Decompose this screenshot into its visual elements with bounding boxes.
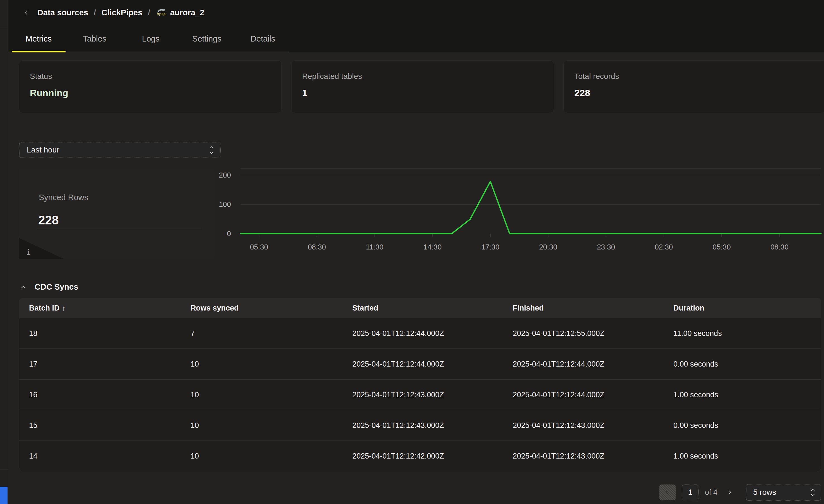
column-header-batch-id[interactable]: Batch ID↑	[19, 304, 181, 312]
chevron-up-icon	[21, 286, 25, 290]
svg-text:23:30: 23:30	[597, 243, 615, 251]
table-cell: 11.00 seconds	[663, 329, 821, 338]
breadcrumb-clickpipes[interactable]: ClickPipes	[102, 8, 142, 17]
synced-rows-card: Synced Rows 228 i	[19, 169, 215, 259]
svg-text:200: 200	[219, 171, 231, 179]
table-cell: 2025-04-01T12:12:55.000Z	[503, 329, 663, 338]
tab-logs[interactable]: Logs	[123, 25, 179, 52]
table-cell: 18	[19, 329, 181, 338]
column-header-started[interactable]: Started	[342, 304, 503, 312]
tab-label: Tables	[83, 34, 107, 43]
metrics-row: Synced Rows 228 i 010020005:3008:3011:30…	[19, 168, 824, 260]
tab-bar: MetricsTablesLogsSettingsDetails	[8, 25, 824, 52]
time-range-select[interactable]: Last hour	[19, 142, 221, 158]
table-cell: 2025-04-01T12:12:44.000Z	[503, 391, 663, 399]
table-row[interactable]: 17102025-04-01T12:12:44.000Z2025-04-01T1…	[19, 349, 821, 379]
svg-text:11:30: 11:30	[366, 243, 384, 251]
chevron-left-icon	[25, 10, 29, 15]
table-cell: 15	[19, 421, 181, 430]
table-cell: 0.00 seconds	[663, 421, 821, 430]
stat-card-value: 1	[302, 88, 543, 98]
page-count-label: of 4	[705, 488, 717, 497]
svg-text:08:30: 08:30	[770, 243, 789, 251]
table-cell: 1.00 seconds	[663, 452, 821, 461]
table-cell: 2025-04-01T12:12:42.000Z	[342, 452, 503, 461]
cdc-syncs-table: Batch ID↑Rows syncedStartedFinishedDurat…	[19, 298, 821, 471]
prev-page-button[interactable]	[659, 485, 676, 500]
table-cell: 14	[19, 452, 181, 461]
stat-card-label: Replicated tables	[302, 72, 543, 81]
info-icon[interactable]: i	[26, 248, 31, 256]
rows-per-page-value: 5 rows	[753, 488, 776, 497]
table-cell: 2025-04-01T12:12:44.000Z	[342, 360, 503, 369]
stat-card-total-records: Total records228	[563, 60, 824, 113]
tab-tables[interactable]: Tables	[67, 25, 123, 52]
svg-text:100: 100	[219, 200, 231, 209]
svg-text:02:30: 02:30	[655, 243, 673, 251]
select-chevrons-icon	[811, 489, 814, 496]
column-header-duration[interactable]: Duration	[663, 304, 821, 312]
svg-text:20:30: 20:30	[539, 243, 557, 251]
tab-label: Logs	[142, 34, 160, 43]
table-cell: 2025-04-01T12:12:43.000Z	[503, 421, 663, 430]
stat-cards-row: StatusRunningReplicated tables1Total rec…	[19, 60, 824, 113]
rows-per-page-select[interactable]: 5 rows	[746, 484, 821, 501]
svg-text:05:30: 05:30	[250, 243, 268, 251]
mysql-icon: MySQL	[156, 7, 167, 18]
table-cell: 10	[181, 391, 342, 399]
table-cell: 2025-04-01T12:12:43.000Z	[342, 421, 503, 430]
stat-card-label: Status	[30, 72, 271, 81]
table-cell: 2025-04-01T12:12:43.000Z	[503, 452, 663, 461]
table-cell: 1.00 seconds	[663, 391, 821, 399]
bottom-left-blue-badge	[0, 487, 8, 504]
tab-label: Metrics	[26, 34, 51, 43]
breadcrumb: Data sources / ClickPipes / MySQL aurora…	[22, 7, 204, 18]
svg-text:05:30: 05:30	[713, 243, 731, 251]
table-cell: 2025-04-01T12:12:44.000Z	[503, 360, 663, 369]
tab-details[interactable]: Details	[235, 25, 291, 52]
svg-text:14:30: 14:30	[423, 243, 441, 251]
breadcrumb-data-sources[interactable]: Data sources	[37, 8, 88, 17]
top-header-bar: Data sources / ClickPipes / MySQL aurora…	[8, 0, 824, 25]
page-number-input[interactable]: 1	[682, 485, 699, 500]
card-corner-fold	[19, 238, 64, 259]
stat-card-replicated-tables: Replicated tables1	[291, 60, 554, 113]
synced-rows-chart: 010020005:3008:3011:3014:3017:3020:3023:…	[215, 168, 824, 260]
active-tab-underline	[12, 51, 66, 52]
sort-ascending-icon: ↑	[62, 304, 66, 312]
back-button[interactable]	[22, 8, 32, 17]
svg-text:08:30: 08:30	[308, 243, 326, 251]
svg-text:17:30: 17:30	[481, 243, 499, 251]
table-cell: 17	[19, 360, 181, 369]
column-header-finished[interactable]: Finished	[503, 304, 663, 312]
table-cell: 0.00 seconds	[663, 360, 821, 369]
stat-card-status: StatusRunning	[19, 60, 282, 113]
synced-rows-value: 228	[38, 213, 215, 227]
column-header-rows-synced[interactable]: Rows synced	[181, 304, 342, 312]
tab-metrics[interactable]: Metrics	[11, 25, 67, 52]
table-cell: 7	[181, 329, 342, 338]
chevron-left-icon	[666, 491, 670, 494]
select-chevrons-icon	[210, 147, 213, 153]
card-divider	[38, 229, 201, 229]
table-header-row: Batch ID↑Rows syncedStartedFinishedDurat…	[19, 298, 821, 318]
stat-card-label: Total records	[574, 72, 815, 81]
pagination-bar: 1 of 4 5 rows	[19, 484, 821, 501]
next-page-button[interactable]	[724, 485, 735, 500]
cdc-syncs-title: CDC Syncs	[34, 282, 78, 291]
table-row[interactable]: 14102025-04-01T12:12:42.000Z2025-04-01T1…	[19, 440, 821, 471]
tab-label: Details	[250, 34, 275, 43]
stat-card-value: 228	[574, 88, 815, 98]
collapse-section-button[interactable]	[19, 283, 27, 291]
svg-text:MySQL: MySQL	[157, 13, 166, 16]
breadcrumb-pipe-name: aurora_2	[170, 8, 204, 17]
table-row[interactable]: 1872025-04-01T12:12:44.000Z2025-04-01T12…	[19, 318, 821, 349]
svg-text:0: 0	[227, 229, 231, 238]
table-row[interactable]: 16102025-04-01T12:12:43.000Z2025-04-01T1…	[19, 379, 821, 410]
breadcrumb-separator: /	[94, 8, 96, 17]
breadcrumb-separator: /	[148, 8, 150, 17]
table-body: 1872025-04-01T12:12:44.000Z2025-04-01T12…	[19, 318, 821, 471]
table-row[interactable]: 15102025-04-01T12:12:43.000Z2025-04-01T1…	[19, 410, 821, 440]
tab-settings[interactable]: Settings	[179, 25, 235, 52]
synced-rows-label: Synced Rows	[39, 193, 215, 202]
